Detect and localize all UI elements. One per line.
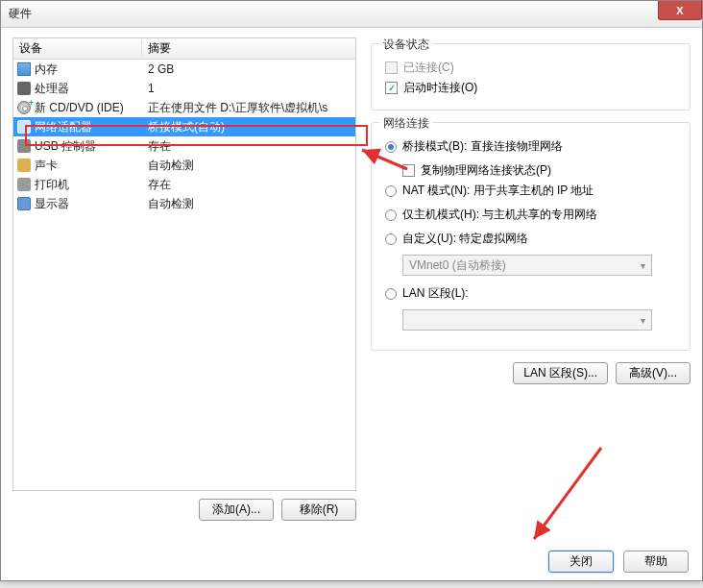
device-name: 显示器: [35, 196, 69, 212]
device-row[interactable]: 处理器1: [13, 79, 355, 98]
replicate-checkbox[interactable]: [402, 164, 415, 177]
bridged-label: 桥接模式(B): 直接连接物理网络: [402, 138, 563, 155]
lan-segments-button[interactable]: LAN 区段(S)...: [513, 362, 608, 384]
display-icon: [17, 197, 31, 210]
device-name: 内存: [35, 61, 58, 78]
device-summary: 存在: [142, 138, 355, 155]
add-device-button[interactable]: 添加(A)...: [199, 499, 274, 521]
sound-icon: [17, 159, 31, 172]
printer-icon: [17, 178, 31, 191]
connect-on-boot-checkbox[interactable]: [385, 82, 398, 94]
titlebar[interactable]: 硬件 X: [1, 1, 702, 28]
lan-segment-label: LAN 区段(L):: [402, 285, 469, 302]
hardware-dialog: 硬件 X 设备 摘要 内存2 GB处理器1新 CD/DVD (IDE)正在使用文…: [0, 0, 703, 581]
device-row[interactable]: 新 CD/DVD (IDE)正在使用文件 D:\正厚软件\虚拟机\s: [13, 98, 355, 117]
device-summary: 正在使用文件 D:\正厚软件\虚拟机\s: [142, 100, 355, 116]
device-list-panel: 设备 摘要 内存2 GB处理器1新 CD/DVD (IDE)正在使用文件 D:\…: [12, 37, 356, 547]
device-table: 设备 摘要 内存2 GB处理器1新 CD/DVD (IDE)正在使用文件 D:\…: [12, 37, 356, 491]
lan-segment-radio[interactable]: [385, 288, 397, 300]
device-summary: 桥接模式(自动): [142, 119, 355, 135]
close-icon: X: [676, 5, 683, 16]
device-name: 新 CD/DVD (IDE): [35, 100, 124, 116]
remove-device-button[interactable]: 移除(R): [281, 499, 356, 521]
device-name: 声卡: [35, 158, 58, 174]
device-table-header: 设备 摘要: [13, 38, 355, 60]
connect-on-boot-label: 启动时连接(O): [403, 80, 477, 96]
col-header-device[interactable]: 设备: [13, 40, 142, 57]
nat-label: NAT 模式(N): 用于共享主机的 IP 地址: [402, 183, 594, 199]
device-row[interactable]: 内存2 GB: [13, 60, 355, 79]
device-summary: 自动检测: [142, 196, 355, 212]
close-button[interactable]: 关闭: [548, 551, 614, 573]
device-row[interactable]: USB 控制器存在: [13, 136, 355, 156]
custom-network-combo: VMnet0 (自动桥接): [402, 255, 652, 276]
device-status-title: 设备状态: [379, 37, 433, 53]
device-row[interactable]: 网络适配器桥接模式(自动): [13, 117, 355, 136]
network-connection-group: 网络连接 桥接模式(B): 直接连接物理网络 复制物理网络连接状态(P) NAT…: [371, 122, 691, 351]
custom-label: 自定义(U): 特定虚拟网络: [402, 231, 528, 247]
device-summary: 2 GB: [142, 62, 355, 76]
help-button[interactable]: 帮助: [623, 551, 689, 573]
usb-icon: [17, 139, 31, 153]
device-summary: 存在: [142, 177, 355, 193]
network-connection-title: 网络连接: [379, 115, 433, 132]
hostonly-radio[interactable]: [385, 209, 397, 221]
content-area: 设备 摘要 内存2 GB处理器1新 CD/DVD (IDE)正在使用文件 D:\…: [1, 28, 702, 580]
device-row[interactable]: 打印机存在: [13, 175, 355, 194]
custom-radio[interactable]: [385, 233, 397, 245]
device-row[interactable]: 显示器自动检测: [13, 194, 355, 213]
connected-label: 已连接(C): [403, 60, 454, 76]
network-icon: [17, 120, 31, 134]
advanced-button[interactable]: 高级(V)...: [616, 362, 691, 384]
connected-checkbox: [385, 61, 398, 74]
device-name: 处理器: [35, 81, 69, 97]
lan-segment-combo: [402, 309, 652, 331]
device-summary: 自动检测: [142, 158, 355, 174]
cpu-icon: [17, 82, 31, 95]
memory-icon: [17, 62, 31, 76]
device-name: 打印机: [35, 177, 69, 193]
settings-panel: 设备状态 已连接(C) 启动时连接(O) 网络连接 桥接模式(B): 直接连接物: [371, 37, 691, 547]
window-close-button[interactable]: X: [658, 1, 702, 20]
device-name: USB 控制器: [35, 138, 96, 155]
device-status-group: 设备状态 已连接(C) 启动时连接(O): [371, 43, 691, 110]
bridged-radio[interactable]: [385, 141, 397, 153]
replicate-label: 复制物理网络连接状态(P): [421, 162, 551, 179]
hostonly-label: 仅主机模式(H): 与主机共享的专用网络: [402, 207, 597, 223]
cd-add-icon: [17, 101, 31, 114]
device-name: 网络适配器: [35, 119, 92, 135]
nat-radio[interactable]: [385, 185, 397, 197]
window-title: 硬件: [1, 6, 32, 22]
device-summary: 1: [142, 82, 355, 95]
col-header-summary[interactable]: 摘要: [142, 40, 355, 57]
device-row[interactable]: 声卡自动检测: [13, 156, 355, 175]
